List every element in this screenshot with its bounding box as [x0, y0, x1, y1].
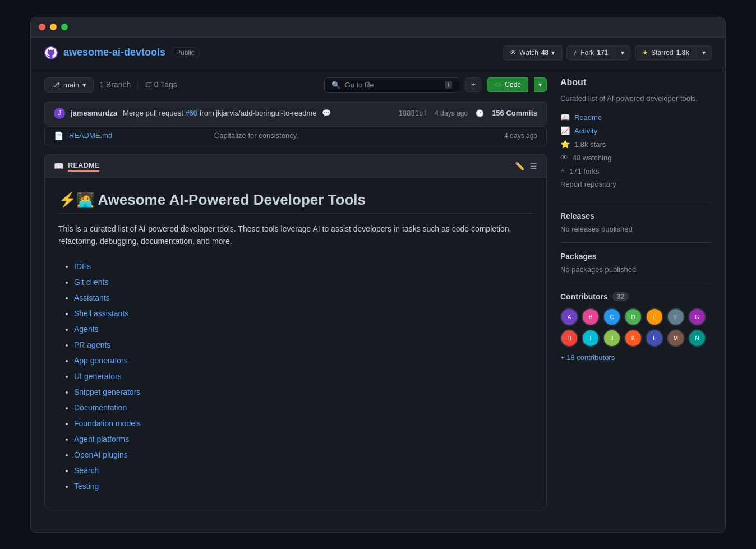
fork-icon: ⑃ [560, 167, 565, 176]
readme-content: ⚡🧑‍💻 Awesome AI-Powered Developer Tools … [45, 178, 546, 508]
activity-icon: 📈 [560, 126, 570, 135]
list-item: App generators [74, 353, 533, 368]
contributor-avatar[interactable]: F [667, 308, 685, 326]
about-title: About [560, 77, 712, 87]
minimize-dot[interactable] [50, 24, 57, 30]
code-icon: <> [494, 81, 502, 89]
contributor-avatar[interactable]: I [582, 329, 600, 347]
contributor-avatar[interactable]: H [560, 329, 578, 347]
contributor-avatar[interactable]: E [646, 308, 663, 326]
readme-title-area: 📖 README [54, 160, 99, 172]
activity-row: 📈 Activity [560, 124, 712, 137]
code-dropdown-button[interactable]: ▾ [534, 77, 547, 92]
commit-author[interactable]: jamesmurdza [71, 109, 117, 117]
list-item: Documentation [74, 400, 533, 416]
file-link[interactable]: README.md [69, 131, 214, 140]
contributor-avatar[interactable]: N [688, 329, 706, 347]
forks-row: ⑃ 171 forks [560, 164, 712, 178]
right-panel: About Curated list of AI-powered develop… [560, 77, 712, 523]
contributors-count-badge: 32 [612, 292, 629, 301]
app-window: awesome-ai-devtools Public 👁 Watch 48 ▾ … [30, 17, 726, 533]
commits-count[interactable]: 156 Commits [492, 109, 537, 117]
eye-icon: 👁 [560, 153, 568, 162]
stars-count: 1.8k stars [574, 140, 606, 149]
more-contributors-link[interactable]: + 18 contributors [560, 353, 615, 362]
star-button[interactable]: ★ Starred 1.8k [635, 45, 697, 60]
star-group: ★ Starred 1.8k ▾ [635, 45, 712, 60]
contributor-avatar[interactable]: C [603, 308, 621, 326]
list-item: Testing [74, 478, 533, 494]
watch-count: 48 [541, 49, 548, 57]
branch-selector[interactable]: ⎇ main ▾ [44, 77, 94, 93]
file-date: 4 days ago [504, 132, 537, 140]
header-actions: 👁 Watch 48 ▾ ⑃ Fork 171 ▾ ★ Starr [503, 45, 712, 60]
readme-heading: ⚡🧑‍💻 Awesome AI-Powered Developer Tools [58, 191, 533, 214]
add-file-button[interactable]: + [465, 77, 481, 92]
watch-button[interactable]: 👁 Watch 48 ▾ [503, 45, 562, 60]
contributor-avatar[interactable]: J [603, 329, 621, 347]
file-commit-msg: Capitalize for consistency. [214, 131, 505, 140]
code-button[interactable]: <> Code [487, 77, 528, 92]
readme-description: This is a curated list of AI-powered dev… [58, 223, 533, 248]
tags-link[interactable]: 🏷 0 Tags [144, 80, 177, 89]
contributor-avatar[interactable]: M [667, 329, 685, 347]
watch-label: Watch [519, 49, 538, 57]
fork-button[interactable]: ⑃ Fork 171 [566, 45, 615, 60]
stars-row: ⭐ 1.8k stars [560, 137, 712, 151]
fork-icon: ⑃ [574, 49, 578, 57]
no-packages-text: No packages published [560, 265, 712, 274]
list-item: Agent platforms [74, 431, 533, 447]
contributor-avatar[interactable]: L [646, 329, 663, 347]
fork-count-button[interactable]: ▾ [615, 45, 630, 60]
repo-name[interactable]: awesome-ai-devtools [63, 47, 165, 58]
search-icon: 🔍 [331, 81, 340, 89]
contributors-grid: ABCDEFGHIJKLMN [560, 308, 712, 347]
commit-icon: 💬 [322, 109, 331, 117]
close-dot[interactable] [39, 24, 45, 30]
report-link[interactable]: Report repository [560, 180, 616, 188]
file-icon: 📄 [54, 131, 63, 140]
list-item: UI generators [74, 368, 533, 384]
watch-group: 👁 Watch 48 ▾ [503, 45, 562, 60]
contributor-avatar[interactable]: D [624, 308, 642, 326]
readme-actions: ✏️ ☰ [515, 162, 537, 170]
branches-link[interactable]: 1 Branch [99, 80, 131, 89]
contributor-avatar[interactable]: A [560, 308, 578, 326]
file-table: 📄 README.md Capitalize for consistency. … [44, 126, 547, 145]
contributors-title-area: Contributors 32 [560, 292, 712, 301]
report-row: Report repository [560, 178, 712, 191]
maximize-dot[interactable] [61, 24, 68, 30]
commit-time: 4 days ago [435, 109, 468, 117]
fork-group: ⑃ Fork 171 ▾ [566, 45, 630, 60]
readme-link[interactable]: Readme [574, 113, 602, 122]
readme-title-label: README [68, 160, 99, 172]
repo-title-area: awesome-ai-devtools Public [44, 46, 200, 59]
visibility-badge: Public [171, 47, 200, 58]
left-panel: ⎇ main ▾ 1 Branch | 🏷 0 Tags 🔍 Go to fil… [44, 77, 547, 523]
commit-hash: 18881bf [399, 109, 427, 117]
edit-icon[interactable]: ✏️ [515, 162, 524, 170]
readme-box: 📖 README ✏️ ☰ ⚡🧑‍💻 Awesome AI-Powered De… [44, 154, 547, 509]
contributor-avatar[interactable]: G [688, 308, 706, 326]
pr-link[interactable]: #60 [185, 109, 197, 117]
watching-count: 48 watching [573, 154, 611, 162]
list-item: Shell assistants [74, 306, 533, 321]
main-content: ⎇ main ▾ 1 Branch | 🏷 0 Tags 🔍 Go to fil… [31, 68, 725, 532]
title-bar [31, 17, 725, 38]
about-section: About Curated list of AI-powered develop… [560, 77, 712, 191]
contributor-avatar[interactable]: B [582, 308, 600, 326]
contributor-avatar[interactable]: K [624, 329, 642, 347]
divider-3 [560, 283, 712, 283]
star-count-button[interactable]: ▾ [697, 45, 712, 60]
packages-title: Packages [560, 252, 712, 261]
go-to-file-input[interactable]: 🔍 Go to file t [324, 77, 460, 93]
avatar [44, 46, 58, 59]
activity-link[interactable]: Activity [574, 127, 597, 135]
list-icon[interactable]: ☰ [530, 162, 537, 170]
starred-count: 1.8k [676, 49, 689, 57]
book-icon: 📖 [560, 113, 570, 122]
list-item: Git clients [74, 274, 533, 290]
list-item: Search [74, 463, 533, 478]
list-item: Foundation models [74, 416, 533, 431]
about-description: Curated list of AI-powered developer too… [560, 93, 712, 104]
